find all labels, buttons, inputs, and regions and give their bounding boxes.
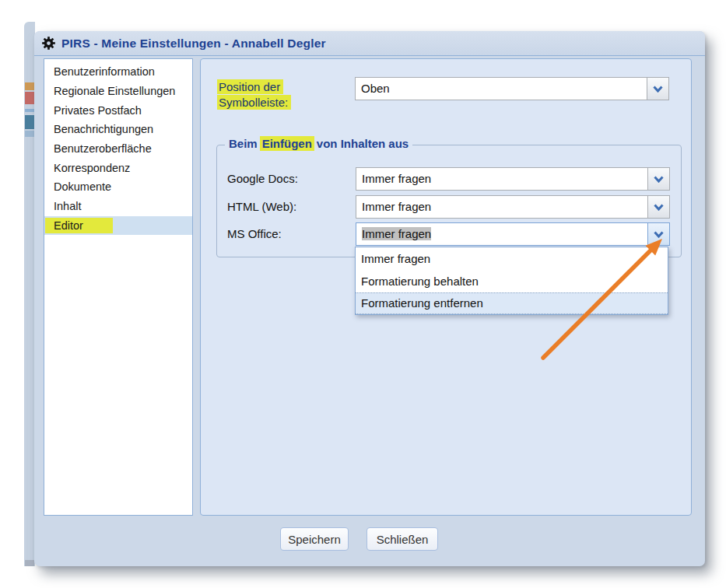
toolbar-position-select[interactable]: Oben [355, 77, 669, 100]
toolbar-position-dropdown-button[interactable] [647, 78, 668, 100]
gear-icon [41, 36, 56, 51]
paste-settings-group: BeimEinfügenvon Inhalten aus Google Docs… [216, 145, 682, 257]
ms-office-value-selected-text: Immer fragen [362, 227, 431, 240]
sidebar-item-regionale-einstellungen[interactable]: Regionale Einstellungen [44, 82, 192, 101]
background-fragment [25, 131, 34, 137]
sidebar-item-benachrichtigungen[interactable]: Benachrichtigungen [44, 120, 192, 139]
chevron-down-icon [654, 231, 664, 238]
save-button[interactable]: Speichern [280, 527, 349, 551]
sidebar-item-korrespondenz[interactable]: Korrespondenz [44, 158, 192, 177]
chevron-down-icon [653, 86, 663, 93]
screenshot-stage: PIRS - Meine Einstellungen - Annabell De… [0, 0, 726, 588]
sidebar-item-inhalt[interactable]: Inhalt [44, 197, 192, 216]
chevron-down-icon [654, 176, 664, 183]
sidebar-item-benutzeroberflaeche[interactable]: Benutzeroberfläche [44, 139, 192, 159]
html-web-select[interactable]: Immer fragen [356, 195, 670, 219]
html-web-label: HTML (Web): [227, 195, 296, 219]
html-web-dropdown-button[interactable] [647, 196, 669, 218]
settings-dialog: PIRS - Meine Einstellungen - Annabell De… [34, 31, 705, 566]
ms-office-label: MS Office: [227, 222, 282, 246]
sidebar-item-benutzerinformation[interactable]: Benutzerinformation [44, 62, 192, 82]
dropdown-option-formatierung-entfernen[interactable]: Formatierung entfernen [356, 292, 668, 314]
background-window-edge [24, 22, 35, 566]
ms-office-select[interactable]: Immer fragen [356, 222, 670, 246]
background-fragment [25, 560, 34, 566]
settings-nav: Benutzerinformation Regionale Einstellun… [44, 58, 193, 516]
google-docs-label: Google Docs: [227, 167, 298, 191]
settings-panel: Position der Symbolleiste: Oben BeimEinf… [200, 58, 692, 516]
ms-office-dropdown-button[interactable] [647, 223, 669, 245]
sidebar-item-editor[interactable]: Editor [44, 216, 192, 236]
background-fragment [25, 115, 34, 129]
background-fragment [25, 82, 34, 90]
close-button[interactable]: Schließen [367, 527, 438, 551]
google-docs-dropdown-button[interactable] [647, 168, 669, 190]
dropdown-option-formatierung-behalten[interactable]: Formatierung behalten [356, 270, 668, 292]
dialog-title: PIRS - Meine Einstellungen - Annabell De… [61, 37, 326, 51]
dialog-titlebar: PIRS - Meine Einstellungen - Annabell De… [34, 31, 705, 56]
dropdown-option-immer-fragen[interactable]: Immer fragen [356, 247, 668, 270]
google-docs-select[interactable]: Immer fragen [356, 167, 670, 191]
background-fragment [25, 109, 34, 112]
toolbar-position-label: Position der Symbolleiste: [217, 79, 291, 110]
toolbar-position-value: Oben [361, 78, 390, 100]
sidebar-item-privates-postfach[interactable]: Privates Postfach [44, 100, 192, 120]
background-fragment [25, 92, 34, 104]
sidebar-item-dokumente[interactable]: Dokumente [44, 177, 192, 197]
ms-office-dropdown-list: Immer fragen Formatierung behalten Forma… [355, 247, 668, 315]
paste-group-legend: BeimEinfügenvon Inhalten aus [225, 137, 412, 150]
chevron-down-icon [654, 204, 664, 211]
